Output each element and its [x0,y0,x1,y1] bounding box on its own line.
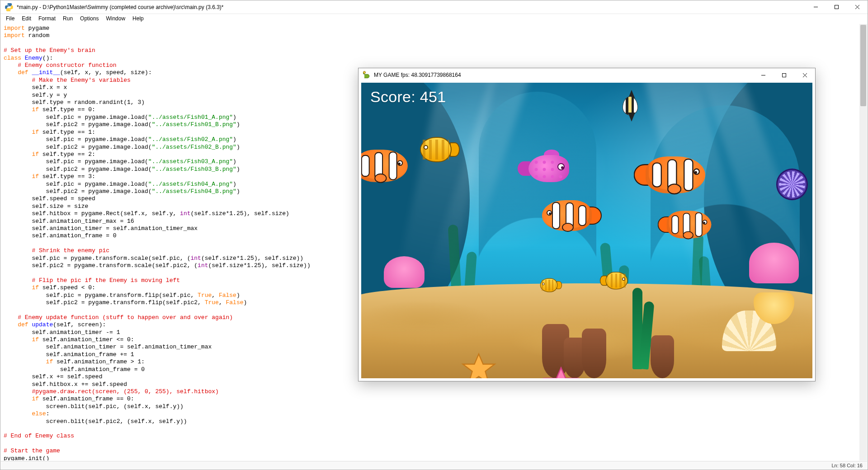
score-display: Score: 451 [370,88,446,106]
menu-options[interactable]: Options [77,15,102,23]
svg-rect-2 [835,5,838,9]
maximize-button[interactable] [826,0,847,14]
python-idle-icon [4,2,14,12]
enemy-fish-yellow [540,278,558,292]
idle-window-controls [805,0,868,14]
idle-titlebar[interactable]: *main.py - D:\Python1Master\Swimmy (comp… [0,0,868,14]
menu-window[interactable]: Window [103,15,128,23]
coral-pink [749,243,799,283]
svg-point-0 [7,4,8,5]
scrollbar-thumb[interactable] [860,25,866,106]
enemy-fish-clown [667,211,712,238]
cursor-position: Ln: 58 Col: 16 [832,463,863,468]
svg-point-1 [10,9,11,10]
editor-scrollbar[interactable] [859,24,867,461]
menu-file[interactable]: File [3,15,18,23]
idle-title-text: *main.py - D:\Python1Master\Swimmy (comp… [17,4,805,10]
pygame-snake-icon [362,70,371,80]
menu-help[interactable]: Help [129,15,147,23]
game-canvas[interactable]: Score: 451 [361,83,812,378]
game-minimize-button[interactable] [753,68,774,82]
enemy-fish-yellow [606,272,628,289]
pygame-window[interactable]: MY GAME fps: 48.30917739868164 [358,68,816,381]
enemy-fish-angel [619,92,642,120]
minimize-button[interactable] [805,0,826,14]
menu-run[interactable]: Run [60,15,76,23]
coral-pink [384,256,425,288]
idle-menubar: File Edit Format Run Options Window Help [0,14,868,23]
svg-point-3 [363,71,366,74]
sea-anemone [776,169,808,200]
game-close-button[interactable] [794,68,815,82]
idle-statusbar: Ln: 58 Col: 16 [1,461,867,469]
svg-marker-6 [544,368,578,378]
player-fish [528,155,569,182]
pygame-titlebar[interactable]: MY GAME fps: 48.30917739868164 [359,68,815,82]
svg-marker-5 [463,354,495,378]
close-button[interactable] [847,0,868,14]
enemy-fish-clown [542,200,592,231]
enemy-fish-clown [646,156,705,193]
menu-format[interactable]: Format [35,15,59,23]
menu-edit[interactable]: Edit [19,15,34,23]
svg-rect-4 [782,73,786,77]
enemy-fish-clown [361,150,408,182]
game-maximize-button[interactable] [774,68,794,82]
enemy-fish-yellow [420,137,452,162]
pygame-title-text: MY GAME fps: 48.30917739868164 [374,72,753,78]
